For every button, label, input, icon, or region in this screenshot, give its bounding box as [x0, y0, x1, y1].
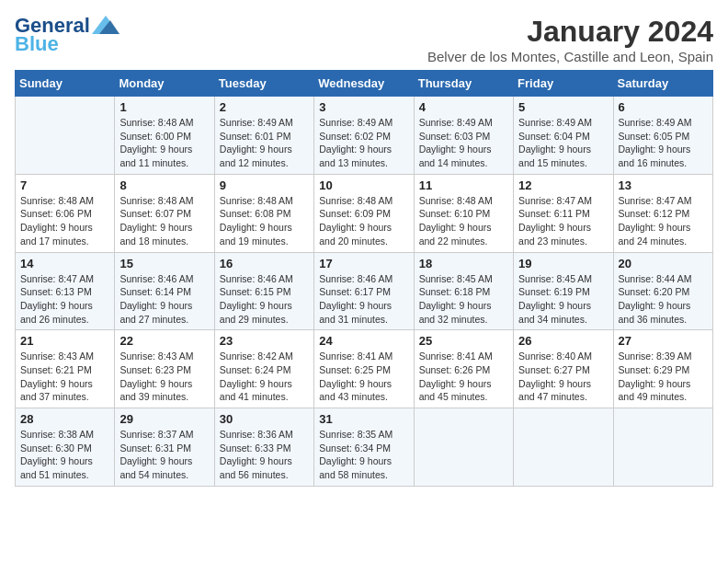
calendar-cell: 7Sunrise: 8:48 AMSunset: 6:06 PMDaylight… — [16, 174, 115, 252]
weekday-header-row: SundayMondayTuesdayWednesdayThursdayFrid… — [16, 71, 713, 97]
day-number: 21 — [20, 334, 109, 348]
weekday-header-sunday: Sunday — [16, 71, 115, 97]
day-number: 10 — [319, 178, 408, 192]
day-info: Sunrise: 8:48 AMSunset: 6:06 PMDaylight:… — [20, 194, 109, 248]
calendar-week-row: 7Sunrise: 8:48 AMSunset: 6:06 PMDaylight… — [16, 174, 713, 252]
day-number: 7 — [20, 178, 109, 192]
calendar-cell: 25Sunrise: 8:41 AMSunset: 6:26 PMDayligh… — [414, 330, 513, 408]
weekday-header-wednesday: Wednesday — [314, 71, 414, 97]
calendar-cell: 29Sunrise: 8:37 AMSunset: 6:31 PMDayligh… — [115, 408, 214, 487]
day-number: 28 — [20, 412, 109, 426]
weekday-header-thursday: Thursday — [414, 71, 513, 97]
calendar-cell: 28Sunrise: 8:38 AMSunset: 6:30 PMDayligh… — [16, 408, 115, 487]
day-info: Sunrise: 8:39 AMSunset: 6:29 PMDaylight:… — [619, 350, 708, 404]
calendar-cell: 13Sunrise: 8:47 AMSunset: 6:12 PMDayligh… — [613, 174, 712, 252]
calendar-cell: 22Sunrise: 8:43 AMSunset: 6:23 PMDayligh… — [115, 330, 214, 408]
calendar-cell: 20Sunrise: 8:44 AMSunset: 6:20 PMDayligh… — [613, 252, 712, 330]
day-number: 1 — [119, 100, 209, 114]
day-info: Sunrise: 8:48 AMSunset: 6:08 PMDaylight:… — [220, 194, 309, 248]
day-number: 14 — [20, 257, 109, 270]
day-number: 12 — [518, 178, 608, 192]
calendar-cell: 19Sunrise: 8:45 AMSunset: 6:19 PMDayligh… — [514, 252, 613, 330]
calendar-cell: 12Sunrise: 8:47 AMSunset: 6:11 PMDayligh… — [514, 174, 613, 252]
day-info: Sunrise: 8:36 AMSunset: 6:33 PMDaylight:… — [220, 428, 309, 482]
day-number: 25 — [419, 334, 508, 348]
day-info: Sunrise: 8:45 AMSunset: 6:18 PMDaylight:… — [419, 272, 508, 327]
day-info: Sunrise: 8:43 AMSunset: 6:21 PMDaylight:… — [20, 350, 109, 404]
day-number: 15 — [119, 257, 209, 270]
day-info: Sunrise: 8:40 AMSunset: 6:27 PMDaylight:… — [518, 350, 608, 404]
day-number: 6 — [619, 100, 708, 114]
calendar-cell: 10Sunrise: 8:48 AMSunset: 6:09 PMDayligh… — [314, 174, 414, 252]
calendar-cell: 6Sunrise: 8:49 AMSunset: 6:05 PMDaylight… — [613, 97, 712, 175]
day-info: Sunrise: 8:43 AMSunset: 6:23 PMDaylight:… — [119, 350, 209, 404]
calendar-cell: 26Sunrise: 8:40 AMSunset: 6:27 PMDayligh… — [514, 330, 613, 408]
logo-icon — [92, 16, 119, 36]
calendar-subtitle: Belver de los Montes, Castille and Leon,… — [427, 49, 713, 64]
calendar-cell: 16Sunrise: 8:46 AMSunset: 6:15 PMDayligh… — [214, 252, 313, 330]
day-info: Sunrise: 8:48 AMSunset: 6:09 PMDaylight:… — [319, 194, 408, 248]
weekday-header-monday: Monday — [115, 71, 214, 97]
day-number: 2 — [220, 100, 309, 114]
day-info: Sunrise: 8:47 AMSunset: 6:12 PMDaylight:… — [619, 194, 708, 248]
day-number: 5 — [518, 100, 608, 114]
day-info: Sunrise: 8:48 AMSunset: 6:10 PMDaylight:… — [419, 194, 508, 248]
day-info: Sunrise: 8:46 AMSunset: 6:15 PMDaylight:… — [220, 272, 309, 327]
calendar-cell: 2Sunrise: 8:49 AMSunset: 6:01 PMDaylight… — [214, 97, 313, 175]
calendar-week-row: 1Sunrise: 8:48 AMSunset: 6:00 PMDaylight… — [16, 97, 713, 175]
day-info: Sunrise: 8:48 AMSunset: 6:00 PMDaylight:… — [119, 116, 209, 170]
weekday-header-friday: Friday — [514, 71, 613, 97]
day-info: Sunrise: 8:49 AMSunset: 6:05 PMDaylight:… — [619, 116, 708, 170]
calendar-week-row: 28Sunrise: 8:38 AMSunset: 6:30 PMDayligh… — [16, 408, 713, 487]
calendar-cell: 5Sunrise: 8:49 AMSunset: 6:04 PMDaylight… — [514, 97, 613, 175]
day-number: 27 — [619, 334, 708, 348]
calendar-cell: 31Sunrise: 8:35 AMSunset: 6:34 PMDayligh… — [314, 408, 414, 487]
day-info: Sunrise: 8:49 AMSunset: 6:02 PMDaylight:… — [319, 116, 408, 170]
calendar-cell: 21Sunrise: 8:43 AMSunset: 6:21 PMDayligh… — [16, 330, 115, 408]
calendar-cell — [414, 408, 513, 487]
calendar-week-row: 14Sunrise: 8:47 AMSunset: 6:13 PMDayligh… — [16, 252, 713, 330]
day-number: 3 — [319, 100, 408, 114]
day-info: Sunrise: 8:41 AMSunset: 6:26 PMDaylight:… — [419, 350, 508, 404]
day-number: 18 — [419, 257, 508, 270]
day-number: 23 — [220, 334, 309, 348]
logo: General Blue — [15, 15, 119, 55]
calendar-cell: 9Sunrise: 8:48 AMSunset: 6:08 PMDaylight… — [214, 174, 313, 252]
calendar-week-row: 21Sunrise: 8:43 AMSunset: 6:21 PMDayligh… — [16, 330, 713, 408]
day-info: Sunrise: 8:49 AMSunset: 6:04 PMDaylight:… — [518, 116, 608, 170]
calendar-cell: 15Sunrise: 8:46 AMSunset: 6:14 PMDayligh… — [115, 252, 214, 330]
day-info: Sunrise: 8:47 AMSunset: 6:11 PMDaylight:… — [518, 194, 608, 248]
day-info: Sunrise: 8:45 AMSunset: 6:19 PMDaylight:… — [518, 272, 608, 327]
weekday-header-saturday: Saturday — [613, 71, 712, 97]
weekday-header-tuesday: Tuesday — [214, 71, 313, 97]
calendar-cell — [16, 97, 115, 175]
calendar-cell: 8Sunrise: 8:48 AMSunset: 6:07 PMDaylight… — [115, 174, 214, 252]
day-number: 30 — [220, 412, 309, 426]
day-number: 17 — [319, 257, 408, 270]
calendar-cell: 4Sunrise: 8:49 AMSunset: 6:03 PMDaylight… — [414, 97, 513, 175]
day-number: 4 — [419, 100, 508, 114]
day-number: 16 — [220, 257, 309, 270]
calendar-cell: 23Sunrise: 8:42 AMSunset: 6:24 PMDayligh… — [214, 330, 313, 408]
day-number: 19 — [518, 257, 608, 270]
title-area: January 2024 Belver de los Montes, Casti… — [427, 15, 713, 64]
day-number: 11 — [419, 178, 508, 192]
header: General Blue January 2024 Belver de los … — [15, 15, 713, 64]
day-info: Sunrise: 8:49 AMSunset: 6:03 PMDaylight:… — [419, 116, 508, 170]
day-number: 26 — [518, 334, 608, 348]
calendar-cell: 30Sunrise: 8:36 AMSunset: 6:33 PMDayligh… — [214, 408, 313, 487]
day-info: Sunrise: 8:46 AMSunset: 6:17 PMDaylight:… — [319, 272, 408, 327]
day-number: 22 — [119, 334, 209, 348]
day-number: 9 — [220, 178, 309, 192]
calendar-cell: 27Sunrise: 8:39 AMSunset: 6:29 PMDayligh… — [613, 330, 712, 408]
calendar-cell: 3Sunrise: 8:49 AMSunset: 6:02 PMDaylight… — [314, 97, 414, 175]
day-number: 31 — [319, 412, 408, 426]
calendar-cell: 1Sunrise: 8:48 AMSunset: 6:00 PMDaylight… — [115, 97, 214, 175]
day-info: Sunrise: 8:37 AMSunset: 6:31 PMDaylight:… — [119, 428, 209, 482]
calendar-title: January 2024 — [427, 15, 713, 49]
day-info: Sunrise: 8:49 AMSunset: 6:01 PMDaylight:… — [220, 116, 309, 170]
calendar-cell: 11Sunrise: 8:48 AMSunset: 6:10 PMDayligh… — [414, 174, 513, 252]
day-number: 20 — [619, 257, 708, 270]
day-number: 29 — [119, 412, 209, 426]
day-info: Sunrise: 8:38 AMSunset: 6:30 PMDaylight:… — [20, 428, 109, 482]
